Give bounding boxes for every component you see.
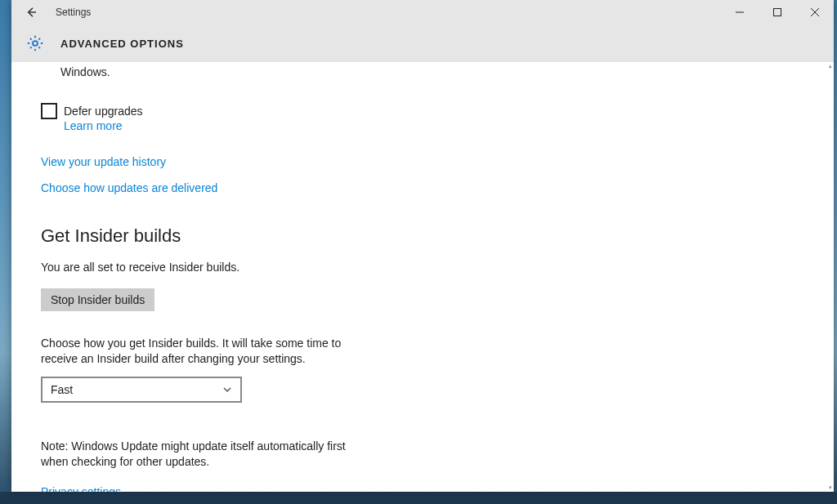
vertical-scrollbar[interactable]: ▴ ▾ [827,62,834,492]
insider-heading: Get Insider builds [41,225,804,247]
defer-upgrades-row: Defer upgrades Learn more [41,103,804,132]
update-history-link[interactable]: View your update history [41,155,804,168]
page-title: ADVANCED OPTIONS [60,38,184,50]
defer-upgrades-labels: Defer upgrades Learn more [64,103,143,132]
page-header: ADVANCED OPTIONS [11,25,834,62]
defer-upgrades-label: Defer upgrades [64,103,143,119]
window-controls [721,0,834,25]
truncated-text-tail: Windows. [41,65,804,78]
gear-icon [26,34,44,52]
content-area: Windows. Defer upgrades Learn more View … [11,62,834,492]
close-button[interactable] [796,0,834,25]
defer-upgrades-checkbox[interactable] [41,103,57,119]
window-title: Settings [56,7,91,18]
titlebar: Settings [11,0,834,25]
minimize-icon [736,8,744,16]
close-icon [811,8,819,16]
chevron-down-icon [222,385,232,395]
stop-insider-button[interactable]: Stop Insider builds [41,288,154,311]
delivery-optimization-link[interactable]: Choose how updates are delivered [41,181,804,194]
insider-choose-text: Choose how you get Insider builds. It wi… [41,336,360,367]
settings-window: Settings ADVANCED OPTIONS Windows. Defer… [11,0,834,492]
learn-more-link[interactable]: Learn more [64,119,143,132]
maximize-icon [773,8,781,16]
insider-ring-value: Fast [51,383,73,396]
minimize-button[interactable] [721,0,759,25]
back-button[interactable] [11,0,51,25]
scroll-down-arrow-icon[interactable]: ▾ [827,484,834,492]
taskbar-sliver [0,492,837,504]
insider-ring-select[interactable]: Fast [41,377,242,403]
svg-rect-0 [774,9,781,16]
scroll-up-arrow-icon[interactable]: ▴ [827,62,834,70]
back-arrow-icon [25,6,38,19]
insider-status-text: You are all set to receive Insider build… [41,260,360,275]
svg-point-1 [33,41,38,46]
update-note-text: Note: Windows Update might update itself… [41,439,360,470]
privacy-settings-link[interactable]: Privacy settings [41,485,804,492]
maximize-button[interactable] [759,0,796,25]
